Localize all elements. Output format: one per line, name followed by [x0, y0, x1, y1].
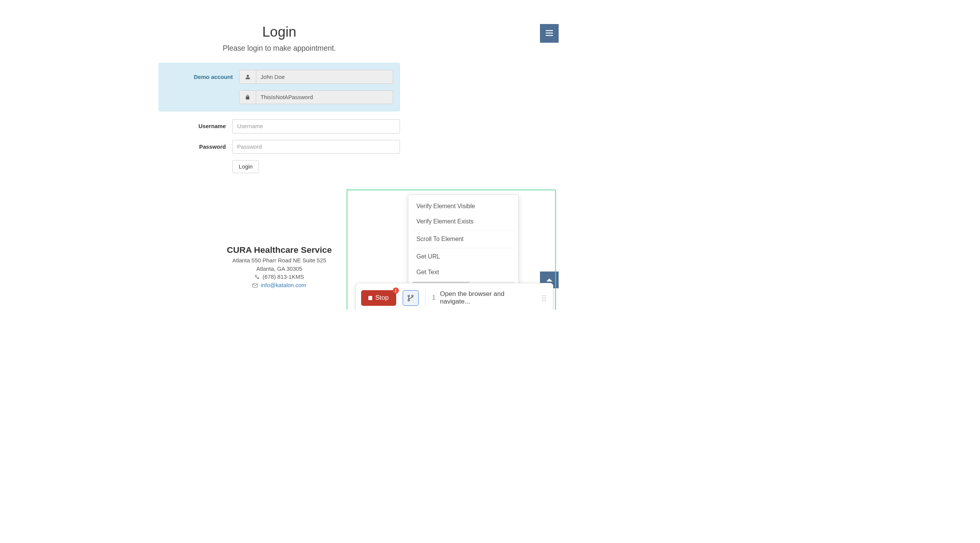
step-description: Open the browser and navigate... [440, 290, 536, 305]
page-subtitle: Please login to make appointment. [0, 44, 559, 53]
footer-email-link[interactable]: info@katalon.com [261, 282, 306, 288]
lock-icon [239, 90, 256, 104]
demo-account-label: Demo account [165, 74, 239, 80]
menu-item-verify-exists[interactable]: Verify Element Exists [408, 214, 518, 230]
login-button[interactable]: Login [232, 160, 259, 173]
branch-icon [407, 294, 414, 302]
step-number: 1 [432, 294, 436, 302]
recorder-context-menu: Verify Element Visible Verify Element Ex… [408, 194, 519, 288]
step-count-badge: 1 [393, 288, 399, 294]
hamburger-icon [546, 30, 553, 36]
stop-recording-button[interactable]: Stop 1 [361, 290, 396, 306]
menu-item-scroll-to[interactable]: Scroll To Element [408, 231, 518, 247]
drag-handle[interactable] [542, 295, 548, 300]
add-action-button[interactable] [403, 290, 419, 306]
password-input[interactable] [232, 140, 400, 154]
menu-toggle-button[interactable] [540, 24, 559, 43]
svg-rect-3 [253, 284, 258, 288]
stop-icon [368, 296, 372, 300]
demo-username-field[interactable] [256, 70, 393, 84]
svg-rect-0 [546, 30, 553, 31]
menu-item-verify-visible[interactable]: Verify Element Visible [408, 198, 518, 214]
svg-rect-2 [546, 35, 553, 36]
envelope-icon [252, 283, 258, 288]
user-icon [239, 70, 256, 84]
svg-point-6 [412, 295, 413, 297]
password-label: Password [159, 144, 233, 150]
menu-item-get-text[interactable]: Get Text [408, 265, 518, 280]
demo-password-field[interactable] [256, 90, 393, 104]
demo-account-panel: Demo account [159, 63, 400, 111]
svg-point-5 [408, 299, 410, 301]
menu-item-get-url[interactable]: Get URL [408, 249, 518, 265]
svg-point-4 [408, 295, 410, 297]
chevron-up-icon [546, 278, 553, 283]
username-input[interactable] [232, 119, 400, 133]
username-label: Username [159, 123, 233, 129]
svg-rect-1 [546, 33, 553, 34]
page-title: Login [0, 24, 559, 40]
footer-phone: (678) 813-1KMS [262, 274, 304, 280]
recorder-toolbar: Stop 1 1 Open the browser and navigate..… [355, 283, 553, 310]
phone-icon [255, 275, 260, 280]
